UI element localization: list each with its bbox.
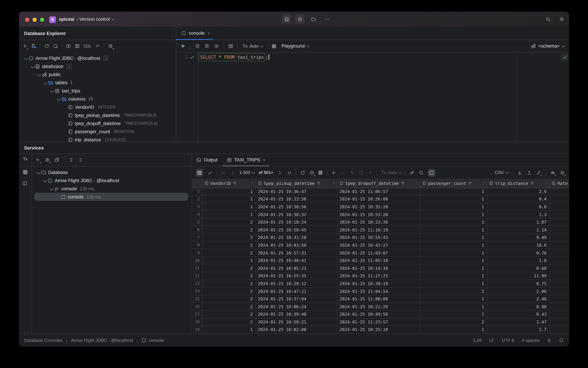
- table-row[interactable]: 822024-01-25 10:03:502024-01-25 10:42:27…: [191, 241, 569, 249]
- grid-cell[interactable]: [550, 257, 569, 265]
- chevron-expanded-icon[interactable]: [50, 187, 53, 190]
- ddl-button[interactable]: DDL: [83, 44, 91, 48]
- schema-selector[interactable]: <schema>: [531, 40, 564, 52]
- grid-cell[interactable]: 2: [203, 311, 256, 318]
- grid-cell[interactable]: 2024-01-25 11:16:19: [338, 226, 420, 234]
- table-row[interactable]: 1122024-01-25 10:05:232024-01-25 10:14:3…: [191, 265, 569, 272]
- tree-row[interactable]: console126 ms: [32, 184, 191, 193]
- run-button[interactable]: [181, 44, 186, 49]
- filter-icon[interactable]: [317, 182, 321, 185]
- grid-cell[interactable]: 2.9: [487, 188, 550, 195]
- delete-row-button[interactable]: [340, 170, 345, 175]
- grid-cell[interactable]: 0.4: [487, 195, 550, 203]
- grid-cell[interactable]: 2024-01-25 10:49:56: [338, 311, 420, 318]
- chevron-expanded-icon[interactable]: [43, 179, 47, 182]
- grid-cell[interactable]: 0.75: [487, 280, 550, 287]
- grid-cell[interactable]: 1: [420, 295, 487, 303]
- sort-icon[interactable]: [251, 182, 254, 185]
- breadcrumb-item[interactable]: Arrow Flight JDBC - @localhost: [71, 338, 133, 343]
- grid-cell[interactable]: 1: [420, 272, 487, 280]
- grid-cell[interactable]: 2024-01-25 10:55:35: [256, 272, 338, 280]
- grid-cell[interactable]: [550, 226, 569, 234]
- grid-cell[interactable]: 1: [420, 195, 487, 203]
- tree-row[interactable]: Database: [32, 168, 191, 176]
- tree-row[interactable]: console126 ms: [32, 193, 191, 201]
- tree-row[interactable]: Arrow Flight JDBC - @localhost: [32, 176, 191, 184]
- grid-cell[interactable]: 2.46: [487, 295, 550, 303]
- grid-cell[interactable]: 2024-01-25 10:42:27: [338, 241, 420, 249]
- grid-cell[interactable]: 2024-01-25 11:06:57: [338, 188, 420, 195]
- grid-cell[interactable]: 2.06: [487, 287, 550, 295]
- open-table-button[interactable]: [75, 44, 80, 49]
- grid-cell[interactable]: 0.8: [487, 203, 550, 211]
- grid-cell[interactable]: 2024-01-25 11:03:07: [338, 249, 420, 257]
- grid-cell[interactable]: 2024-01-25 11:04:54: [338, 287, 420, 295]
- table-row[interactable]: 622024-01-25 10:58:452024-01-25 11:16:19…: [191, 226, 569, 234]
- table-row[interactable]: 1722024-01-25 10:39:402024-01-25 10:49:5…: [191, 311, 569, 318]
- grid-cell[interactable]: [550, 272, 569, 280]
- chevron-expanded-icon[interactable]: [24, 56, 28, 60]
- submit-button[interactable]: [368, 170, 373, 175]
- layout-strip-button[interactable]: [22, 181, 27, 186]
- table-row[interactable]: 1622024-01-25 10:06:242024-01-25 10:21:2…: [191, 303, 569, 311]
- grid-cell[interactable]: 1: [420, 280, 487, 287]
- tab-output[interactable]: Output: [196, 153, 217, 166]
- sort-icon[interactable]: [332, 182, 336, 185]
- table-row[interactable]: 1222024-01-25 10:55:352024-01-25 11:27:2…: [191, 272, 569, 280]
- grid-cell[interactable]: 2: [420, 287, 487, 295]
- column-header[interactable]: tpep_dropoff_datetime: [338, 179, 420, 188]
- grid-cell[interactable]: 2024-01-25 10:35:28: [338, 203, 420, 211]
- maximize-window-button[interactable]: [40, 18, 44, 22]
- grid-cell[interactable]: 2024-01-25 10:02:08: [256, 326, 338, 333]
- grid-cell[interactable]: 1: [203, 195, 256, 203]
- tree-row[interactable]: Arrow Flight JDBC - @localhost1: [19, 54, 176, 62]
- tree-row[interactable]: datafusion1: [19, 62, 176, 70]
- grid-cell[interactable]: 1.8: [487, 257, 550, 265]
- grid-cell[interactable]: 2: [203, 226, 256, 234]
- more-actions-button[interactable]: [322, 14, 332, 24]
- grid-cell[interactable]: 2024-01-25 10:25:10: [338, 326, 420, 333]
- tree-row[interactable]: columns19: [19, 95, 176, 103]
- grid-cell[interactable]: 2024-01-25 10:23:50: [256, 195, 338, 203]
- refresh-button[interactable]: [44, 44, 49, 49]
- grid-cell[interactable]: 1: [420, 303, 487, 311]
- datasource-properties-button[interactable]: [31, 44, 36, 49]
- view-options-button[interactable]: [550, 170, 555, 175]
- grid-cell[interactable]: 2: [203, 265, 256, 272]
- column-header[interactable]: tpep_pickup_datetime: [256, 179, 338, 188]
- editor-body[interactable]: 1 SELECT * FROM taxi_trips;: [176, 53, 569, 142]
- first-page-button[interactable]: [221, 170, 226, 175]
- table-row[interactable]: 312024-01-25 10:30:562024-01-25 10:35:28…: [191, 203, 569, 211]
- grid-cell[interactable]: 2: [203, 219, 256, 226]
- lock-icon[interactable]: [547, 338, 551, 342]
- grid-cell[interactable]: 2: [203, 241, 256, 249]
- grid-cell[interactable]: [550, 203, 569, 211]
- grid-cell[interactable]: 1: [420, 257, 487, 265]
- close-window-button[interactable]: [25, 18, 29, 22]
- grid-cell[interactable]: 2: [203, 318, 256, 326]
- page-range-dropdown[interactable]: 1-500: [239, 170, 254, 175]
- indent-style[interactable]: 4 spaces: [522, 338, 539, 343]
- grid-cell[interactable]: [550, 234, 569, 241]
- project-files-button[interactable]: [309, 14, 318, 24]
- grid-cell[interactable]: 1: [420, 188, 487, 195]
- grid-cell[interactable]: 2024-01-25 10:26:08: [338, 195, 420, 203]
- grid-cell[interactable]: 0.43: [487, 311, 550, 318]
- filter-icon[interactable]: [468, 182, 472, 185]
- table-row[interactable]: 722024-01-25 10:31:282024-01-25 10:55:43…: [191, 234, 569, 241]
- grid-cell[interactable]: 1.14: [487, 226, 550, 234]
- breadcrumb-item[interactable]: console: [149, 338, 164, 343]
- line-ending[interactable]: LF: [489, 338, 494, 343]
- grid-cell[interactable]: 2024-01-25 10:55:43: [338, 234, 420, 241]
- grid-cell[interactable]: 0.68: [487, 265, 550, 272]
- grid-cell[interactable]: [550, 303, 569, 311]
- tree-row[interactable]: public: [19, 70, 176, 79]
- grid-cell[interactable]: 2: [203, 295, 256, 303]
- column-header[interactable]: passenger_count: [420, 179, 487, 188]
- grid-cell[interactable]: 1: [420, 203, 487, 211]
- grid-cell[interactable]: 1: [420, 241, 487, 249]
- tab-console[interactable]: console: [181, 27, 210, 40]
- tree-row[interactable]: trip_distanceDOUBLE(0): [19, 136, 176, 142]
- tx-mode-dropdown[interactable]: Tx: Auto: [242, 44, 263, 49]
- grid-cell[interactable]: 2024-01-25 10:06:24: [256, 303, 338, 311]
